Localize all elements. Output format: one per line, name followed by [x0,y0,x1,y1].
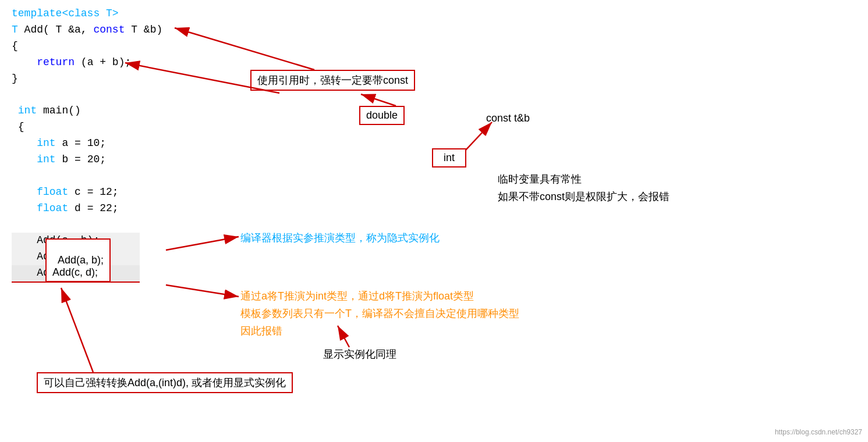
annotation-box-int: int [432,148,466,167]
arrow-add-ad [166,285,239,297]
code-line-blank2 [12,168,162,184]
annotation-text-const-error: 如果不带const则是权限扩大，会报错 [498,190,669,204]
code-line-6: int main() [12,103,162,119]
code-line-7: { [12,119,162,136]
code-line-11: float d = 22; [12,201,162,217]
code-line-3: { [12,38,162,55]
annotation-box-const: 使用引用时，强转一定要带const [250,70,415,91]
arrow-explicit-up [338,326,349,347]
code-line-2: T Add( T &a, const T &b) [12,22,162,38]
annotation-text-implicit: 编译器根据实参推演类型，称为隐式实例化 [240,231,440,245]
arrow-double-up [361,94,396,106]
annotation-box-cast: 可以自己强转转换Add(a,(int)d), 或者使用显式实例化 [37,372,293,393]
annotation-text-orange-2: 模板参数列表只有一个T，编译器不会擅自决定使用哪种类型 [240,306,519,320]
annotation-text-const-tb: const t&b [486,112,530,124]
annotation-box-add: Add(a, b); Add(c, d); [45,238,111,282]
arrow-const-ref [175,28,314,70]
annotation-box-double: double [359,106,405,125]
watermark: https://blog.csdn.net/ch9327 [775,428,862,436]
code-line-4: return (a + b); [12,55,162,71]
arrow-int-up [466,122,492,150]
arrow-bottom-cast [61,288,93,372]
annotation-text-explicit: 显示实例化同理 [323,347,396,361]
code-line-10: float c = 12; [12,184,162,201]
code-line-8: int a = 10; [12,136,162,152]
code-line-blank3 [12,217,162,233]
code-line-1: template<class T> [12,6,162,22]
annotation-text-temp-var: 临时变量具有常性 [498,172,582,186]
code-line-9: int b = 20; [12,152,162,168]
annotation-text-orange-3: 因此报错 [240,324,282,338]
code-line-blank1 [12,87,162,103]
code-line-5: } [12,71,162,87]
arrow-add-ab [166,237,239,250]
annotation-text-orange-1: 通过a将T推演为int类型，通过d将T推演为float类型 [240,289,474,303]
